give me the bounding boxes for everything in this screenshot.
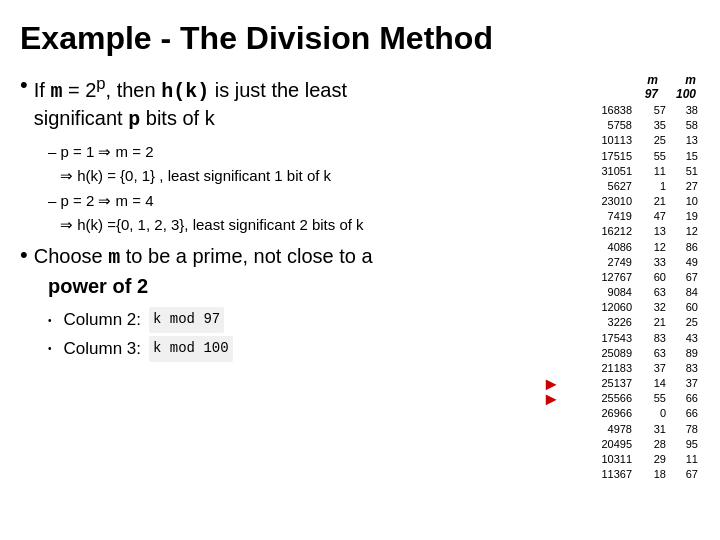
- table-row: 32262125: [540, 315, 700, 330]
- cell-k: 16212: [586, 224, 636, 239]
- cell-m97: 63: [636, 346, 668, 361]
- table-row: 310511151: [540, 164, 700, 179]
- sub-items: – p = 1 ⇒ m = 2 ⇒ h(k) = {0, 1} , least …: [48, 141, 540, 237]
- cell-k: 12767: [586, 270, 636, 285]
- hk-text: h(k): [161, 80, 209, 103]
- cell-k: 17515: [586, 149, 636, 164]
- table-row: 162121312: [540, 224, 700, 239]
- m-var: m: [50, 80, 62, 103]
- table-row: 120603260: [540, 300, 700, 315]
- cell-m100: 66: [668, 391, 700, 406]
- table-row: 40861286: [540, 240, 700, 255]
- cell-k: 25566: [586, 391, 636, 406]
- cell-m100: 89: [668, 346, 700, 361]
- cell-k: 5758: [586, 118, 636, 133]
- cell-m97: 33: [636, 255, 668, 270]
- cell-m97: 47: [636, 209, 668, 224]
- cell-m100: 37: [668, 376, 700, 391]
- column-items: • Column 2: k mod 97 • Column 3: k mod 1…: [48, 306, 540, 364]
- cell-m100: 19: [668, 209, 700, 224]
- cell-m100: 84: [668, 285, 700, 300]
- col-2-dot: •: [48, 312, 52, 329]
- cell-k: 10113: [586, 133, 636, 148]
- cell-k: 31051: [586, 164, 636, 179]
- power-of-2-text: power of 2: [48, 275, 540, 298]
- cell-m100: 49: [668, 255, 700, 270]
- left-content: • If m = 2p, then h(k) is just the least…: [20, 73, 540, 482]
- dash-2: – p = 2 ⇒ m = 4: [48, 192, 154, 209]
- table-row: 27493349: [540, 255, 700, 270]
- table-row: 5627127: [540, 179, 700, 194]
- p-var: p: [128, 108, 140, 131]
- cell-m100: 95: [668, 437, 700, 452]
- cell-k: 25089: [586, 346, 636, 361]
- cell-k: 20495: [586, 437, 636, 452]
- table-row: 103112911: [540, 452, 700, 467]
- cell-m100: 13: [668, 133, 700, 148]
- sub-item-1b: ⇒ h(k) = {0, 1} , least significant 1 bi…: [60, 165, 540, 188]
- cell-k: 23010: [586, 194, 636, 209]
- cell-m100: 86: [668, 240, 700, 255]
- cell-m100: 67: [668, 467, 700, 482]
- cell-k: 5627: [586, 179, 636, 194]
- cell-m97: 21: [636, 194, 668, 209]
- cell-k: 16838: [586, 103, 636, 118]
- cell-k: 26966: [586, 406, 636, 421]
- table-row: 101132513: [540, 133, 700, 148]
- col-3-dot: •: [48, 340, 52, 357]
- cell-m97: 28: [636, 437, 668, 452]
- right-table: m 97 m 100 16838573857583558101132513175…: [540, 73, 700, 482]
- bullet-dot-2: •: [20, 241, 28, 270]
- cell-m100: 25: [668, 315, 700, 330]
- cell-m97: 25: [636, 133, 668, 148]
- cell-m97: 11: [636, 164, 668, 179]
- table-row: 211833783: [540, 361, 700, 376]
- table-row: 168385738: [540, 103, 700, 118]
- table-row: 127676067: [540, 270, 700, 285]
- arrow-text-1: ⇒ h(k) = {0, 1} , least significant 1 bi…: [60, 167, 331, 184]
- cell-m100: 11: [668, 452, 700, 467]
- table-row: 113671867: [540, 467, 700, 482]
- m-var-2: m: [108, 246, 120, 269]
- table-row: 90846384: [540, 285, 700, 300]
- cell-k: 12060: [586, 300, 636, 315]
- cell-m97: 83: [636, 331, 668, 346]
- cell-k: 11367: [586, 467, 636, 482]
- sub-item-2a: – p = 2 ⇒ m = 4: [48, 190, 540, 213]
- content-area: • If m = 2p, then h(k) is just the least…: [20, 73, 700, 482]
- col-3-code: k mod 100: [149, 336, 233, 362]
- col-2-code: k mod 97: [149, 307, 224, 333]
- cell-m100: 27: [668, 179, 700, 194]
- table-row: 250896389: [540, 346, 700, 361]
- cell-m97: 12: [636, 240, 668, 255]
- col-3-label: Column 3:: [64, 335, 141, 364]
- cell-m97: 21: [636, 315, 668, 330]
- table-row: 255665566: [540, 391, 700, 406]
- cell-m97: 35: [636, 118, 668, 133]
- slide-title: Example - The Division Method: [20, 20, 700, 57]
- sub-item-2b: ⇒ h(k) ={0, 1, 2, 3}, least significant …: [60, 214, 540, 237]
- cell-m97: 14: [636, 376, 668, 391]
- table-row: 175438343: [540, 331, 700, 346]
- table-row: 175155515: [540, 149, 700, 164]
- cell-m97: 29: [636, 452, 668, 467]
- bullet-2-text: Choose m to be a prime, not close to a: [34, 243, 373, 271]
- cell-m97: 0: [636, 406, 668, 421]
- table-row: 74194719: [540, 209, 700, 224]
- sub-item-1a: – p = 1 ⇒ m = 2: [48, 141, 540, 164]
- cell-m97: 32: [636, 300, 668, 315]
- bullet-2: • Choose m to be a prime, not close to a: [20, 243, 540, 271]
- cell-k: 21183: [586, 361, 636, 376]
- cell-m100: 58: [668, 118, 700, 133]
- dash-1: – p = 1 ⇒ m = 2: [48, 143, 154, 160]
- cell-k: 25137: [586, 376, 636, 391]
- table-header: m 97 m 100: [540, 73, 698, 101]
- table-row: 230102110: [540, 194, 700, 209]
- cell-m100: 66: [668, 406, 700, 421]
- cell-m100: 83: [668, 361, 700, 376]
- p-superscript: p: [96, 74, 105, 93]
- cell-m100: 60: [668, 300, 700, 315]
- cell-m97: 55: [636, 391, 668, 406]
- cell-m97: 57: [636, 103, 668, 118]
- table-row: 251371437: [540, 376, 700, 391]
